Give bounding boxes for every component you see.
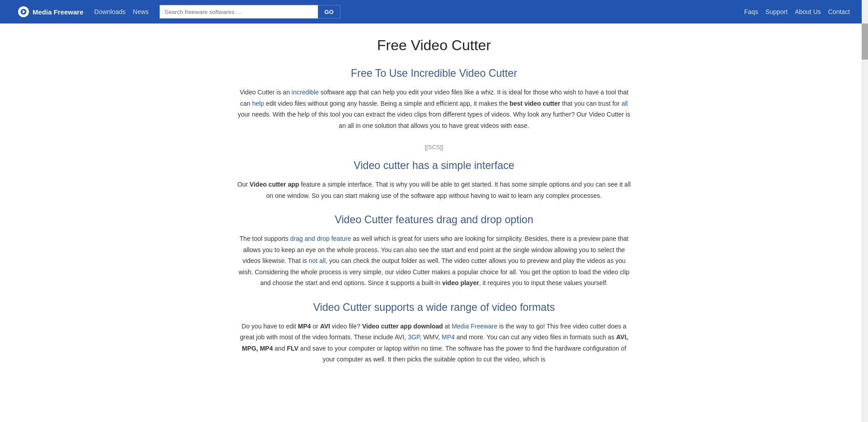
logo[interactable]: Media Freeware <box>18 6 84 17</box>
section-1-text: Video Cutter is an incredible software a… <box>235 87 633 131</box>
link-mp4[interactable]: MP4 <box>442 333 455 341</box>
right-nav: Faqs Support About Us Contact <box>744 8 850 15</box>
link-all1[interactable]: all <box>622 100 628 107</box>
scrollbar[interactable] <box>862 0 868 396</box>
nav-news[interactable]: News <box>133 8 149 15</box>
nav-support[interactable]: Support <box>765 8 788 15</box>
link-incredible[interactable]: incredible <box>292 89 319 96</box>
main-nav: Downloads News <box>94 8 149 15</box>
scrollbar-thumb[interactable] <box>862 23 868 60</box>
link-drag-drop[interactable]: drag and drop feature <box>290 235 351 242</box>
section-1: Free To Use Incredible Video Cutter Vide… <box>235 67 633 150</box>
section-4-title: Video Cutter supports a wide range of vi… <box>235 301 633 314</box>
link-not-all[interactable]: not all <box>309 257 326 264</box>
search-button[interactable]: GO <box>318 5 340 19</box>
nav-about-us[interactable]: About Us <box>795 8 821 15</box>
section-3: Video Cutter features drag and drop opti… <box>235 214 633 289</box>
section-3-text: The tool supports drag and drop feature … <box>235 233 633 289</box>
section-1-title: Free To Use Incredible Video Cutter <box>235 67 633 80</box>
nav-faqs[interactable]: Faqs <box>744 8 758 15</box>
link-media-freeware[interactable]: Media Freeware <box>452 323 497 330</box>
section-2-text: Our Video cutter app feature a simple in… <box>235 179 633 201</box>
nav-contact[interactable]: Contact <box>828 8 850 15</box>
search-bar: GO <box>160 5 340 19</box>
logo-icon <box>18 6 29 17</box>
scs-tag: [[SCS]] <box>235 144 633 150</box>
section-4-text: Do you have to edit MP4 or AVI video fil… <box>235 321 633 365</box>
section-3-title: Video Cutter features drag and drop opti… <box>235 214 633 226</box>
nav-downloads[interactable]: Downloads <box>94 8 126 15</box>
page-title: Free Video Cutter <box>235 37 633 54</box>
link-help[interactable]: help <box>252 100 264 107</box>
section-4: Video Cutter supports a wide range of vi… <box>235 301 633 365</box>
logo-text: Media Freeware <box>33 8 84 16</box>
section-2-title: Video cutter has a simple interface <box>235 159 633 172</box>
link-3gp[interactable]: 3GP <box>408 333 420 341</box>
search-input[interactable] <box>160 5 318 19</box>
section-2: Video cutter has a simple interface Our … <box>235 159 633 201</box>
